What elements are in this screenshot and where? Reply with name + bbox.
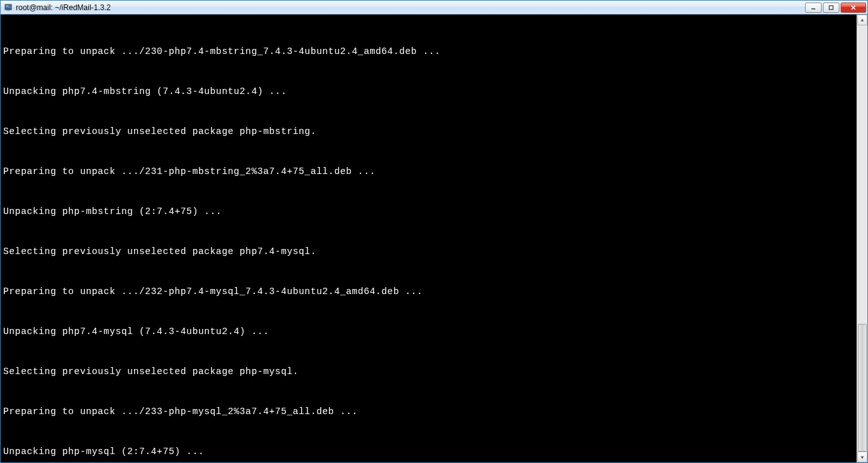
terminal-line: Unpacking php7.4-mysql (7.4.3-4ubuntu2.4… [3, 325, 854, 339]
scroll-up-button[interactable] [857, 15, 867, 25]
maximize-button[interactable] [823, 3, 839, 13]
terminal-line: Preparing to unpack .../233-php-mysql_2%… [3, 405, 854, 419]
scroll-thumb[interactable] [858, 324, 867, 452]
terminal-line: Preparing to unpack .../232-php7.4-mysql… [3, 285, 854, 299]
putty-window: root@mail: ~/iRedMail-1.3.2 Preparing to… [0, 0, 868, 463]
titlebar[interactable]: root@mail: ~/iRedMail-1.3.2 [1, 1, 867, 15]
svg-rect-5 [829, 6, 833, 10]
svg-rect-3 [6, 10, 10, 11]
terminal-line: Selecting previously unselected package … [3, 125, 854, 138]
terminal-container: Preparing to unpack .../230-php7.4-mbstr… [1, 15, 867, 462]
window-controls [805, 3, 866, 13]
window-title: root@mail: ~/iRedMail-1.3.2 [16, 3, 805, 12]
putty-icon [3, 3, 13, 13]
close-button[interactable] [841, 3, 866, 13]
terminal-line: Unpacking php-mysql (2:7.4+75) ... [3, 445, 854, 459]
scroll-track[interactable] [857, 25, 867, 452]
svg-marker-9 [861, 456, 864, 459]
terminal-line: Unpacking php7.4-mbstring (7.4.3-4ubuntu… [3, 85, 854, 98]
svg-marker-8 [861, 18, 864, 21]
minimize-button[interactable] [805, 3, 822, 13]
terminal-line: Preparing to unpack .../230-php7.4-mbstr… [3, 45, 854, 58]
terminal-line: Selecting previously unselected package … [3, 365, 854, 379]
svg-rect-1 [6, 4, 11, 8]
terminal-line: Preparing to unpack .../231-php-mbstring… [3, 165, 854, 178]
terminal-line: Unpacking php-mbstring (2:7.4+75) ... [3, 205, 854, 218]
vertical-scrollbar[interactable] [857, 15, 867, 462]
terminal-line: Selecting previously unselected package … [3, 245, 854, 258]
scroll-down-button[interactable] [857, 452, 867, 462]
terminal[interactable]: Preparing to unpack .../230-php7.4-mbstr… [1, 15, 857, 462]
